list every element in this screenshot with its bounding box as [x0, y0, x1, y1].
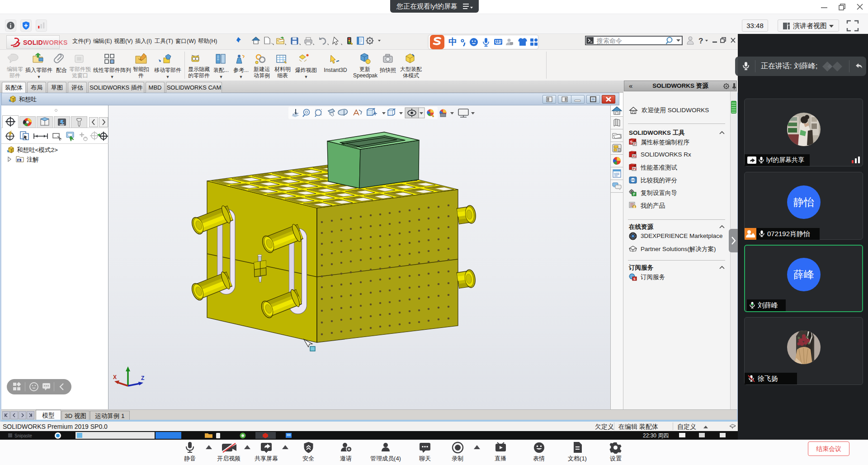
svg-text:Px: Px: [633, 167, 637, 171]
svg-text:X: X: [113, 374, 117, 380]
svg-text:中: 中: [448, 37, 457, 47]
svg-text:Rx: Rx: [633, 155, 637, 158]
svg-text:A: A: [18, 159, 20, 162]
svg-text:S: S: [633, 277, 636, 280]
svg-text:?: ?: [698, 37, 703, 45]
svg-text:Z: Z: [141, 375, 144, 381]
svg-text:Snipaste: Snipaste: [14, 433, 32, 438]
svg-text:S: S: [630, 140, 633, 144]
